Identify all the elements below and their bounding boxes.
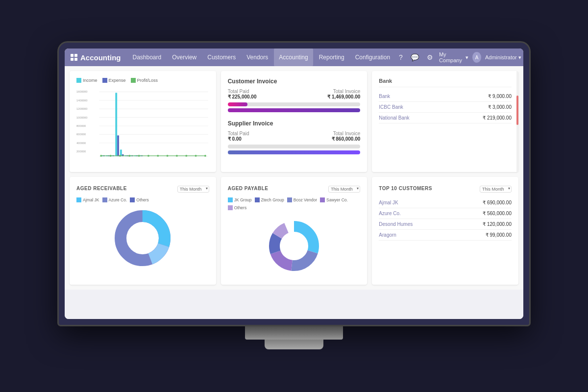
bank-amount-0: ₹ 9,000.00 <box>488 94 512 99</box>
bank-name-2: National Bank <box>379 115 409 121</box>
customer-progress-fill <box>228 102 248 106</box>
nav-right: ? 💬 ⚙ My Company ▾ A Administrator ▾ <box>397 51 521 63</box>
svg-point-40 <box>157 155 159 157</box>
supplier-invoice-value: ₹ 860,000.00 <box>332 136 361 142</box>
scrollbar[interactable] <box>516 71 518 172</box>
aged-receivable-period-wrap[interactable]: This Month Last Month This Year <box>177 184 209 193</box>
avatar[interactable]: A <box>472 52 481 63</box>
company-name: My Company <box>439 51 464 63</box>
svg-point-44 <box>195 155 197 157</box>
nav-item-overview[interactable]: Overview <box>167 49 201 66</box>
aged-payable-card: AGED PAYABLE This Month Last Month This … <box>221 177 368 285</box>
aged-payable-header: AGED PAYABLE This Month Last Month This … <box>228 184 361 193</box>
bank-row-1: ICBC Bank ₹ 3,000.00 <box>379 102 512 113</box>
sawyer-color <box>320 197 325 202</box>
nav-item-configuration[interactable]: Configuration <box>350 49 395 66</box>
nav-item-vendors[interactable]: Vendors <box>242 49 273 66</box>
aged-receivable-period-select[interactable]: This Month Last Month This Year <box>177 186 209 193</box>
grid-icon <box>71 54 77 61</box>
user-menu[interactable]: Administrator ▾ <box>485 54 521 61</box>
chart-area: 1600000 1400000 1200000 1000000 800000 6… <box>76 87 209 165</box>
nav-brand: Accounting <box>80 53 121 62</box>
main-content: Income Expense Profit/Loss <box>65 66 523 290</box>
supplier-invoice-title: Supplier Invoice <box>228 120 361 127</box>
svg-point-43 <box>185 155 187 157</box>
legend-ajmal-label: Ajmal JK <box>83 197 99 202</box>
supplier-paid-value: ₹ 0.00 <box>228 136 249 142</box>
azure-color <box>102 197 107 202</box>
customer-name-0[interactable]: Ajmal JK <box>379 200 398 205</box>
ajmal-color <box>76 197 81 202</box>
screen-inner: Accounting Dashboard Overview Customers … <box>65 49 523 319</box>
supplier-progress-bar <box>228 145 361 148</box>
expense-color <box>102 78 107 83</box>
top-customers-title: TOP 10 CUSTOMERS <box>379 186 432 191</box>
bank-header: Bank <box>379 78 512 87</box>
supplier-invoice-section: Supplier Invoice Total Paid ₹ 0.00 Total… <box>228 120 361 154</box>
legend-income: Income <box>76 78 98 83</box>
customer-amount-0: ₹ 690,000.00 <box>483 200 512 205</box>
svg-text:800000: 800000 <box>76 124 86 127</box>
company-selector[interactable]: My Company ▾ <box>439 51 468 63</box>
aged-receivable-donut <box>76 206 209 270</box>
donut-svg-payable <box>265 217 323 275</box>
others-pay-color <box>228 205 233 210</box>
ztech-color <box>255 197 260 202</box>
customer-name-1[interactable]: Azure Co. <box>379 211 400 216</box>
customer-amount-3: ₹ 99,000.00 <box>486 232 512 238</box>
aged-payable-period-select[interactable]: This Month Last Month This Year <box>328 186 360 193</box>
bank-name-1: ICBC Bank <box>379 104 403 110</box>
bcoz-color <box>287 197 292 202</box>
aged-payable-period-wrap[interactable]: This Month Last Month This Year <box>328 184 360 193</box>
customer-name-2[interactable]: Desond Humes <box>379 221 413 227</box>
top-customers-period-select[interactable]: This Month Last Month This Year <box>480 186 512 193</box>
svg-point-35 <box>110 155 112 157</box>
svg-text:1200000: 1200000 <box>76 107 88 110</box>
legend-others-recv-label: Others <box>136 197 149 202</box>
legend-sawyer-label: Sawyer Co. <box>326 197 348 202</box>
legend-jk: JK Group <box>228 197 252 202</box>
navbar: Accounting Dashboard Overview Customers … <box>65 49 523 66</box>
invoice-card: Customer Invoice Total Paid ₹ 225,000.00… <box>221 71 368 172</box>
legend-income-label: Income <box>83 78 98 83</box>
supplier-invoice-label: Total Invoice <box>332 131 361 136</box>
bank-row-2: National Bank ₹ 219,000.00 <box>379 113 512 123</box>
customer-invoice-row: Total Paid ₹ 225,000.00 Total Invoice ₹ … <box>228 89 361 99</box>
aged-receivable-card: AGED RECEIVABLE This Month Last Month Th… <box>70 177 216 285</box>
chat-icon[interactable]: 💬 <box>409 51 421 63</box>
legend-jk-label: JK Group <box>234 197 252 202</box>
nav-item-reporting[interactable]: Reporting <box>314 49 349 66</box>
bottom-padding <box>65 290 523 319</box>
customer-name-3[interactable]: Aragorn <box>379 232 396 238</box>
nav-item-dashboard[interactable]: Dashboard <box>128 49 167 66</box>
top-customers-header: TOP 10 CUSTOMERS This Month Last Month T… <box>379 184 512 193</box>
aged-receivable-header: AGED RECEIVABLE This Month Last Month Th… <box>76 184 209 193</box>
svg-point-36 <box>119 155 121 157</box>
question-icon[interactable]: ? <box>397 51 405 63</box>
top-customers-period-wrap[interactable]: This Month Last Month This Year <box>480 184 512 193</box>
customer-row-3: Aragorn ₹ 99,000.00 <box>379 230 512 241</box>
svg-point-37 <box>128 155 130 157</box>
monitor-screen: Accounting Dashboard Overview Customers … <box>59 43 529 325</box>
legend-ztech-label: Ztech Group <box>261 197 284 202</box>
nav-menu: Dashboard Overview Customers Vendors Acc… <box>128 49 395 66</box>
nav-item-customers[interactable]: Customers <box>202 49 241 66</box>
svg-text:200000: 200000 <box>76 150 86 153</box>
svg-text:1000000: 1000000 <box>76 116 88 119</box>
legend-ajmal: Ajmal JK <box>76 197 99 202</box>
legend-azure-label: Azure Co. <box>109 197 127 202</box>
monitor: Accounting Dashboard Overview Customers … <box>59 43 529 349</box>
supplier-invoice-bar <box>228 150 361 154</box>
customer-amount-2: ₹ 120,000.00 <box>483 221 512 227</box>
svg-text:600000: 600000 <box>76 133 86 136</box>
legend-profit: Profit/Loss <box>131 78 158 83</box>
nav-item-accounting[interactable]: Accounting <box>274 49 313 66</box>
svg-point-34 <box>100 155 102 157</box>
customer-progress-bar <box>228 102 361 106</box>
income-color <box>76 78 81 83</box>
legend-expense-label: Expense <box>109 78 126 83</box>
svg-point-41 <box>167 155 169 157</box>
svg-rect-23 <box>117 135 119 156</box>
settings-icon[interactable]: ⚙ <box>425 51 435 63</box>
svg-point-39 <box>147 155 149 157</box>
